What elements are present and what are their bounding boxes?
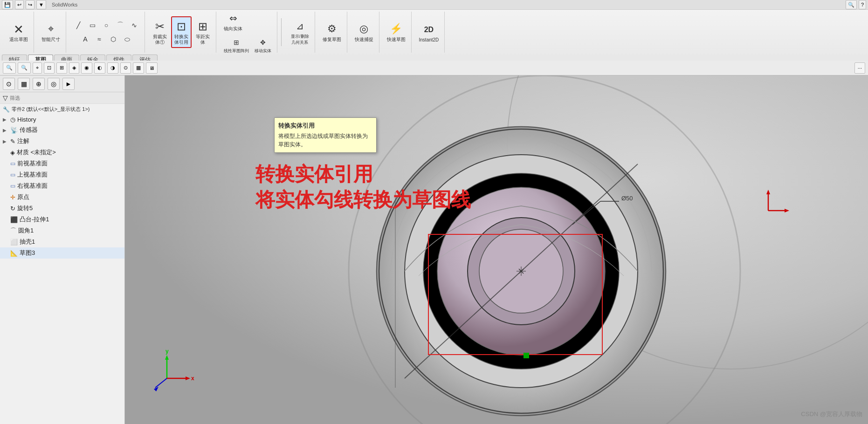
redo-btn[interactable]: ↪ xyxy=(26,0,34,9)
help-btn[interactable]: ? xyxy=(859,0,866,9)
fillet1-icon: ⌒ xyxy=(10,226,16,235)
tooltip-popup: 转换实体引用 将模型上所选边线或草图实体转换为草图实体。 xyxy=(274,117,377,153)
sidebar-item-boss-extrude1[interactable]: ▶ ⬛ 凸台-拉伸1 xyxy=(0,214,124,225)
view-btn-4[interactable]: ⊡ xyxy=(44,62,55,74)
instant2d-btn[interactable]: 2D Instant2D xyxy=(417,21,441,43)
snap-group: ◎ 快速捕捉 xyxy=(349,12,379,53)
view-btn-end[interactable]: ··· xyxy=(854,62,865,74)
sidebar-filter[interactable]: ▽ 筛选 xyxy=(0,92,124,104)
filter-label: 筛选 xyxy=(10,95,20,102)
offset-icon: ≈ xyxy=(94,34,105,45)
view-btn-3[interactable]: ⌖ xyxy=(33,62,42,74)
exit-sketch-label: 退出草图 xyxy=(9,37,28,42)
view-btn-11[interactable]: ▦ xyxy=(133,62,144,74)
sidebar-item-front-plane[interactable]: ▶ ▭ 前视基准面 xyxy=(0,158,124,169)
sensors-icon: 📡 xyxy=(10,127,18,134)
annotations-label: 注解 xyxy=(17,137,29,145)
sidebar-item-sensors[interactable]: ▶ 📡 传感器 xyxy=(0,124,124,136)
view-btn-7[interactable]: ◉ xyxy=(81,62,92,74)
exit-sketch-btn[interactable]: ✕ 退出草图 xyxy=(7,21,30,43)
instant2d-label: Instant2D xyxy=(419,37,439,42)
sidebar-icon-eye[interactable]: ⊙ xyxy=(3,78,15,90)
view-btn-5[interactable]: ⊞ xyxy=(56,62,67,74)
mirror-btn[interactable]: ⇔ 镜向实体 xyxy=(222,10,244,33)
history-icon: ◷ xyxy=(10,116,15,123)
mirror-label: 镜向实体 xyxy=(224,26,242,32)
view-btn-1[interactable]: 🔍 xyxy=(3,62,16,74)
sidebar-item-fillet1[interactable]: ▶ ⌒ 圆角1 xyxy=(0,225,124,236)
view-btn-10[interactable]: ⊙ xyxy=(120,62,131,74)
filter-icon: ▽ xyxy=(3,94,8,102)
view-btn-9[interactable]: ◑ xyxy=(107,62,118,74)
sidebar-item-origin[interactable]: ▶ ✛ 原点 xyxy=(0,191,124,203)
sidebar-item-sketch3[interactable]: ▶ 📐 草图3 xyxy=(0,247,124,259)
toolbar-divider-1 xyxy=(281,18,282,46)
sidebar-item-annotations[interactable]: ▶ ✎ 注解 xyxy=(0,136,124,147)
sidebar-item-history[interactable]: ▶ ◷ History xyxy=(0,115,124,124)
repair-sketch-icon: ⚙ xyxy=(324,21,339,36)
rectangle-btn[interactable]: ▭ xyxy=(86,19,99,31)
rectangle-icon: ▭ xyxy=(87,20,98,31)
material-label: 材质 <未指定> xyxy=(17,148,56,157)
quick-sketch-btn[interactable]: ⚡ 快速草图 xyxy=(385,21,407,44)
sidebar-item-right-plane[interactable]: ▶ ▭ 右视基准面 xyxy=(0,180,124,191)
convert-entity-icon: ⊡ xyxy=(174,19,189,34)
text-icon: A xyxy=(80,34,91,45)
offset-entity-btn[interactable]: ⊞ 等距实体 xyxy=(193,18,212,46)
move-entity-btn[interactable]: ✥ 移动实体 xyxy=(253,36,273,55)
sidebar-icon-plus[interactable]: ⊕ xyxy=(33,78,45,90)
text-btn[interactable]: A xyxy=(79,33,92,45)
search-btn[interactable]: 🔍 xyxy=(846,0,857,9)
sidebar-item-shell1[interactable]: ▶ ⬜ 抽壳1 xyxy=(0,236,124,247)
view-btn-8[interactable]: ◐ xyxy=(94,62,105,74)
repair-sketch-btn[interactable]: ⚙ 修复草图 xyxy=(321,21,343,44)
origin-icon: ✛ xyxy=(10,194,15,201)
toolbar-top-bar: 💾 ↩ ↪ ▼ SolidWorks 🔍 ? xyxy=(0,0,868,10)
ellipse-icon: ⬭ xyxy=(122,34,133,45)
move-entity-icon: ✥ xyxy=(257,37,269,48)
sidebar-icon-arrow[interactable]: ► xyxy=(62,78,75,90)
ellipse-btn[interactable]: ⬭ xyxy=(121,33,134,45)
annotation-overlay: 转换实体引用 将实体勾线转换为草图线 xyxy=(255,162,471,212)
sidebar-icon-target[interactable]: ◎ xyxy=(48,78,60,90)
view-btn-12[interactable]: 🖥 xyxy=(146,62,158,74)
spline-btn[interactable]: ∿ xyxy=(128,19,141,31)
arc-btn[interactable]: ⌒ xyxy=(114,19,127,31)
trim-convert-group: ✂ 剪裁实体① ⊡ 转换实体引用 ⊞ 等距实体 xyxy=(147,12,216,53)
undo-btn[interactable]: ↩ xyxy=(15,0,24,9)
annotation-line2: 将实体勾线转换为草图线 xyxy=(255,187,471,213)
offset-entity-icon: ⊞ xyxy=(195,19,210,34)
offset-btn[interactable]: ≈ xyxy=(93,33,106,45)
sidebar-icon-grid[interactable]: ▦ xyxy=(18,78,30,90)
sidebar-item-top-plane[interactable]: ▶ ▭ 上视基准面 xyxy=(0,169,124,180)
quick-snap-btn[interactable]: ◎ 快速捕捉 xyxy=(353,21,375,44)
view-btn-2[interactable]: 🔍 xyxy=(18,62,31,74)
circle-btn[interactable]: ○ xyxy=(100,19,113,31)
linear-array-btn[interactable]: ⊞ 线性草图阵列 xyxy=(222,36,251,55)
mirror-icon: ⇔ xyxy=(226,11,241,26)
draw-tools-group: ╱ ▭ ○ ⌒ ∿ A ≈ xyxy=(68,12,145,53)
quick-save-btn[interactable]: 💾 xyxy=(2,0,13,9)
convert-entity-btn[interactable]: ⊡ 转换实体引用 xyxy=(171,16,192,48)
circle-icon: ○ xyxy=(101,20,112,31)
sidebar-item-revolve5[interactable]: ▶ ↻ 旋转5 xyxy=(0,203,124,214)
sidebar-icons-bar: ⊙ ▦ ⊕ ◎ ► xyxy=(0,75,124,92)
options-btn[interactable]: ▼ xyxy=(36,0,46,9)
convert-entity-label: 转换实体引用 xyxy=(174,34,188,45)
poly-icon: ⬡ xyxy=(108,34,119,45)
view-btn-6[interactable]: ◈ xyxy=(69,62,79,74)
history-expand-arrow: ▶ xyxy=(3,117,8,122)
shell1-label: 抽壳1 xyxy=(20,238,35,246)
repair-group: ⚙ 修复草图 xyxy=(317,12,347,53)
show-relations-btn[interactable]: ⊿ 显示/删除几何关系 xyxy=(289,18,311,47)
poly-btn[interactable]: ⬡ xyxy=(107,33,120,45)
sidebar-item-material[interactable]: ▶ ◈ 材质 <未指定> xyxy=(0,147,124,158)
smart-dim-btn[interactable]: ⌖ 智能尺寸 xyxy=(40,21,62,44)
app-title: SolidWorks xyxy=(52,2,77,7)
revolve5-icon: ↻ xyxy=(10,205,15,212)
origin-label: 原点 xyxy=(17,193,29,201)
sketch3-icon: 📐 xyxy=(10,250,18,257)
quick-sketch-group: ⚡ 快速草图 xyxy=(381,12,412,53)
trim-entity-btn[interactable]: ✂ 剪裁实体① xyxy=(151,18,169,46)
line-btn[interactable]: ╱ xyxy=(72,19,85,31)
